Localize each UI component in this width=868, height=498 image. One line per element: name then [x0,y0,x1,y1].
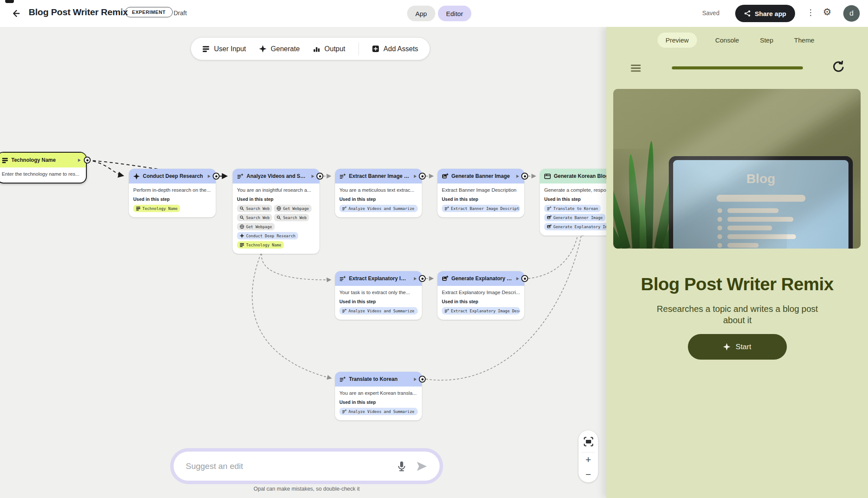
output-connector[interactable] [84,157,91,164]
send-icon[interactable] [416,461,427,472]
progress-bar [672,66,803,69]
chip-generate-explanatory-image[interactable]: Generate Explanatory Image [544,223,606,230]
play-icon[interactable] [413,174,418,179]
avatar[interactable]: d [843,5,860,22]
play-icon[interactable] [413,276,418,281]
chart-icon [313,45,320,52]
output-connector[interactable] [521,275,528,282]
node-title: Generate Explanatory I... [451,275,512,282]
chip-label: Technology Name [246,243,281,247]
chip-search-web[interactable]: Search Web [274,214,309,221]
node-generate-banner-image[interactable]: Generate Banner Image Extract Banner Ima… [437,169,524,217]
output-label: Output [325,45,345,53]
add-user-input-button[interactable]: User Input [202,45,246,53]
node-extract-banner-image[interactable]: Extract Banner Image D... You are a meti… [335,169,422,217]
chip-label: Extract Banner Image Descripti.. [451,206,520,211]
share-app-button[interactable]: Share app [735,5,795,22]
chip-label: Generate Banner Image [553,216,603,220]
back-button[interactable] [10,7,22,20]
chip-analyze-videos[interactable]: Analyze Videos and Summarize i.. [339,205,418,212]
menu-icon[interactable] [628,62,643,74]
chip-conduct-deep-research[interactable]: Conduct Deep Research [237,232,298,239]
chip-label: Extract Explanatory Image Desc.. [451,309,520,313]
chip-analyze-videos[interactable]: Analyze Videos and Summarize i.. [339,408,418,415]
app-editor-toggle: App Editor [407,6,471,21]
output-connector[interactable] [213,173,220,180]
restart-icon[interactable] [832,61,845,74]
node-conduct-deep-research[interactable]: Conduct Deep Research Perform in-depth r… [129,169,216,217]
search-icon [276,215,281,220]
play-icon[interactable] [310,174,315,179]
experiment-badge: EXPERIMENT [125,7,173,17]
used-label: Used in this step [442,299,520,304]
play-icon[interactable] [413,377,418,382]
node-generate-korean-blog[interactable]: Generate Korean Blog P... Generate a com… [540,169,606,236]
node-title: Conduct Deep Research [143,173,204,179]
output-connector[interactable] [521,173,528,180]
browser-icon [544,173,551,180]
mic-icon[interactable] [396,461,407,472]
add-generate-button[interactable]: Generate [259,45,300,53]
chip-extract-banner-description[interactable]: Extract Banner Image Descripti.. [442,205,520,212]
node-extract-explanatory-image[interactable]: Extract Explanatory Ima... Your task is … [335,271,422,320]
chip-generate-banner-image[interactable]: Generate Banner Image [544,214,605,221]
output-connector[interactable] [419,173,426,180]
toolbar-divider [358,43,359,56]
output-connector[interactable] [419,275,426,282]
chip-extract-explanatory-description[interactable]: Extract Explanatory Image Desc.. [442,307,520,315]
play-icon[interactable] [515,174,520,179]
output-connector[interactable] [419,376,426,383]
chip-label: Translate to Korean [553,206,598,211]
node-toolbar: User Input Generate Output Add Assets [191,38,430,60]
fit-to-screen-icon[interactable] [584,437,593,446]
node-description: Generate a complete, responsive ... [544,187,606,193]
node-analyze-videos[interactable]: Analyze Videos and Sum... You are an ins… [233,169,319,254]
preview-app-subtitle: Researches a topic and writes a blog pos… [646,303,829,326]
zoom-in-button[interactable]: + [585,452,591,467]
more-options-icon[interactable]: ⋮ [806,7,816,17]
star-icon [259,45,266,52]
chip-search-web[interactable]: Search Web [237,205,272,212]
node-description: Your task is to extract only the... [339,290,418,295]
chip-get-webpage[interactable]: Get Webpage [274,205,312,212]
output-connector[interactable] [316,173,323,180]
chip-technology-name[interactable]: Technology Name [237,241,284,249]
node-description: You are an expert Korean transla... [339,390,418,396]
tab-console[interactable]: Console [713,33,742,48]
tab-theme[interactable]: Theme [792,33,817,48]
clipped-menu-icon [5,0,14,3]
node-title: Technology Name [11,157,74,163]
add-assets-button[interactable]: Add Assets [372,45,418,53]
saved-status: Saved [702,10,720,16]
node-generate-explanatory-image[interactable]: Generate Explanatory I... Extract Explan… [437,271,524,320]
plus-square-icon [372,45,379,52]
add-assets-label: Add Assets [384,45,418,53]
node-translate-to-korean[interactable]: Translate to Korean You are an expert Ko… [335,372,422,420]
node-description: You are a meticulous text extrac... [339,187,418,193]
zoom-out-button[interactable]: − [585,467,591,482]
chip-get-webpage[interactable]: Get Webpage [237,223,275,230]
panel-tabs: Preview Console Step Theme [606,33,868,48]
node-technology-name[interactable]: Technology Name Enter the technology nam… [0,152,87,183]
chip-technology-name[interactable]: Technology Name [133,205,180,212]
play-icon[interactable] [77,158,82,163]
chip-translate-to-korean[interactable]: Translate to Korean [544,205,601,212]
suggest-edit-input[interactable] [186,462,396,471]
chip-analyze-videos[interactable]: Analyze Videos and Summarize i.. [339,307,418,315]
node-title: Generate Korean Blog P... [554,173,606,179]
share-icon [744,10,751,17]
play-icon[interactable] [207,174,211,179]
tab-app[interactable]: App [407,6,435,21]
play-icon[interactable] [515,276,520,281]
preview-panel: Preview Console Step Theme Blog [606,27,868,498]
start-button[interactable]: Start [688,334,787,360]
workflow-canvas[interactable]: User Input Generate Output Add Assets Te… [0,27,606,498]
gear-icon[interactable]: ⚙ [823,7,832,18]
chip-search-web[interactable]: Search Web [237,214,272,221]
tab-preview[interactable]: Preview [658,33,697,48]
tab-editor[interactable]: Editor [438,6,471,21]
node-title: Extract Explanatory Ima... [349,275,410,282]
chip-label: Generate Explanatory Image [553,225,606,229]
add-output-button[interactable]: Output [313,45,345,53]
tab-step[interactable]: Step [757,33,776,48]
